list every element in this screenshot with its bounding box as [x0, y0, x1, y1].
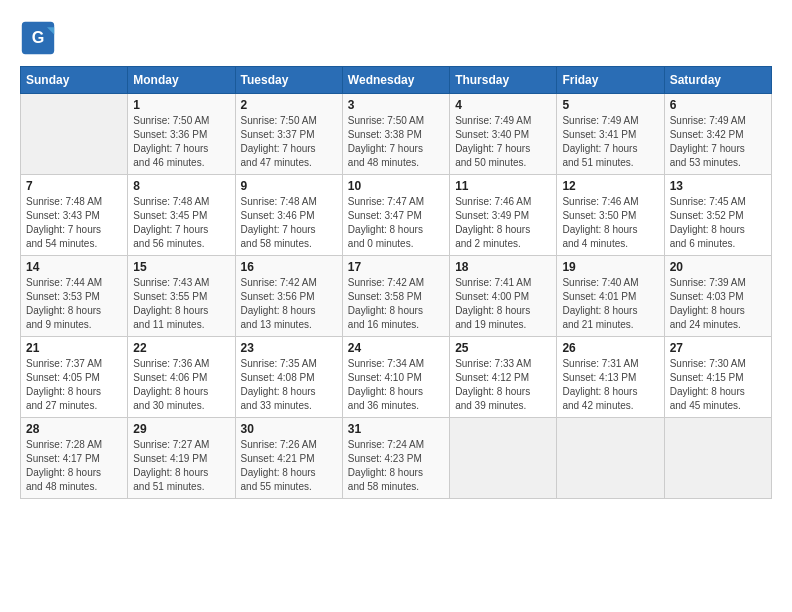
- cell-content: Sunrise: 7:27 AM Sunset: 4:19 PM Dayligh…: [133, 438, 229, 494]
- day-number: 19: [562, 260, 658, 274]
- calendar-cell: 23Sunrise: 7:35 AM Sunset: 4:08 PM Dayli…: [235, 337, 342, 418]
- calendar-cell: 11Sunrise: 7:46 AM Sunset: 3:49 PM Dayli…: [450, 175, 557, 256]
- cell-content: Sunrise: 7:49 AM Sunset: 3:40 PM Dayligh…: [455, 114, 551, 170]
- calendar-cell: 2Sunrise: 7:50 AM Sunset: 3:37 PM Daylig…: [235, 94, 342, 175]
- day-number: 11: [455, 179, 551, 193]
- calendar-cell: 1Sunrise: 7:50 AM Sunset: 3:36 PM Daylig…: [128, 94, 235, 175]
- day-number: 6: [670, 98, 766, 112]
- calendar-cell: [664, 418, 771, 499]
- week-row-1: 1Sunrise: 7:50 AM Sunset: 3:36 PM Daylig…: [21, 94, 772, 175]
- cell-content: Sunrise: 7:33 AM Sunset: 4:12 PM Dayligh…: [455, 357, 551, 413]
- calendar-cell: 18Sunrise: 7:41 AM Sunset: 4:00 PM Dayli…: [450, 256, 557, 337]
- calendar-cell: 25Sunrise: 7:33 AM Sunset: 4:12 PM Dayli…: [450, 337, 557, 418]
- calendar-cell: 9Sunrise: 7:48 AM Sunset: 3:46 PM Daylig…: [235, 175, 342, 256]
- cell-content: Sunrise: 7:48 AM Sunset: 3:43 PM Dayligh…: [26, 195, 122, 251]
- calendar-cell: [557, 418, 664, 499]
- cell-content: Sunrise: 7:37 AM Sunset: 4:05 PM Dayligh…: [26, 357, 122, 413]
- calendar-body: 1Sunrise: 7:50 AM Sunset: 3:36 PM Daylig…: [21, 94, 772, 499]
- calendar-cell: 21Sunrise: 7:37 AM Sunset: 4:05 PM Dayli…: [21, 337, 128, 418]
- calendar-cell: 17Sunrise: 7:42 AM Sunset: 3:58 PM Dayli…: [342, 256, 449, 337]
- week-row-4: 21Sunrise: 7:37 AM Sunset: 4:05 PM Dayli…: [21, 337, 772, 418]
- calendar-cell: 22Sunrise: 7:36 AM Sunset: 4:06 PM Dayli…: [128, 337, 235, 418]
- calendar-cell: 31Sunrise: 7:24 AM Sunset: 4:23 PM Dayli…: [342, 418, 449, 499]
- calendar-cell: 5Sunrise: 7:49 AM Sunset: 3:41 PM Daylig…: [557, 94, 664, 175]
- page-header: G: [20, 20, 772, 56]
- day-number: 28: [26, 422, 122, 436]
- cell-content: Sunrise: 7:49 AM Sunset: 3:42 PM Dayligh…: [670, 114, 766, 170]
- day-number: 13: [670, 179, 766, 193]
- week-row-2: 7Sunrise: 7:48 AM Sunset: 3:43 PM Daylig…: [21, 175, 772, 256]
- day-number: 25: [455, 341, 551, 355]
- calendar-cell: 15Sunrise: 7:43 AM Sunset: 3:55 PM Dayli…: [128, 256, 235, 337]
- logo-icon: G: [20, 20, 56, 56]
- cell-content: Sunrise: 7:48 AM Sunset: 3:45 PM Dayligh…: [133, 195, 229, 251]
- cell-content: Sunrise: 7:43 AM Sunset: 3:55 PM Dayligh…: [133, 276, 229, 332]
- cell-content: Sunrise: 7:45 AM Sunset: 3:52 PM Dayligh…: [670, 195, 766, 251]
- cell-content: Sunrise: 7:50 AM Sunset: 3:38 PM Dayligh…: [348, 114, 444, 170]
- week-row-5: 28Sunrise: 7:28 AM Sunset: 4:17 PM Dayli…: [21, 418, 772, 499]
- day-number: 7: [26, 179, 122, 193]
- day-number: 14: [26, 260, 122, 274]
- day-number: 22: [133, 341, 229, 355]
- day-number: 4: [455, 98, 551, 112]
- header-cell-monday: Monday: [128, 67, 235, 94]
- day-number: 3: [348, 98, 444, 112]
- day-number: 10: [348, 179, 444, 193]
- cell-content: Sunrise: 7:46 AM Sunset: 3:49 PM Dayligh…: [455, 195, 551, 251]
- day-number: 16: [241, 260, 337, 274]
- cell-content: Sunrise: 7:47 AM Sunset: 3:47 PM Dayligh…: [348, 195, 444, 251]
- cell-content: Sunrise: 7:40 AM Sunset: 4:01 PM Dayligh…: [562, 276, 658, 332]
- header-cell-saturday: Saturday: [664, 67, 771, 94]
- calendar-cell: 3Sunrise: 7:50 AM Sunset: 3:38 PM Daylig…: [342, 94, 449, 175]
- calendar-cell: 19Sunrise: 7:40 AM Sunset: 4:01 PM Dayli…: [557, 256, 664, 337]
- day-number: 21: [26, 341, 122, 355]
- calendar-cell: 24Sunrise: 7:34 AM Sunset: 4:10 PM Dayli…: [342, 337, 449, 418]
- cell-content: Sunrise: 7:46 AM Sunset: 3:50 PM Dayligh…: [562, 195, 658, 251]
- logo: G: [20, 20, 58, 56]
- day-number: 20: [670, 260, 766, 274]
- day-number: 17: [348, 260, 444, 274]
- cell-content: Sunrise: 7:35 AM Sunset: 4:08 PM Dayligh…: [241, 357, 337, 413]
- calendar-cell: 12Sunrise: 7:46 AM Sunset: 3:50 PM Dayli…: [557, 175, 664, 256]
- day-number: 23: [241, 341, 337, 355]
- calendar-cell: 13Sunrise: 7:45 AM Sunset: 3:52 PM Dayli…: [664, 175, 771, 256]
- cell-content: Sunrise: 7:28 AM Sunset: 4:17 PM Dayligh…: [26, 438, 122, 494]
- cell-content: Sunrise: 7:50 AM Sunset: 3:36 PM Dayligh…: [133, 114, 229, 170]
- day-number: 15: [133, 260, 229, 274]
- day-number: 9: [241, 179, 337, 193]
- cell-content: Sunrise: 7:34 AM Sunset: 4:10 PM Dayligh…: [348, 357, 444, 413]
- cell-content: Sunrise: 7:49 AM Sunset: 3:41 PM Dayligh…: [562, 114, 658, 170]
- calendar-cell: 7Sunrise: 7:48 AM Sunset: 3:43 PM Daylig…: [21, 175, 128, 256]
- day-number: 2: [241, 98, 337, 112]
- cell-content: Sunrise: 7:39 AM Sunset: 4:03 PM Dayligh…: [670, 276, 766, 332]
- header-cell-wednesday: Wednesday: [342, 67, 449, 94]
- calendar-cell: 29Sunrise: 7:27 AM Sunset: 4:19 PM Dayli…: [128, 418, 235, 499]
- calendar-cell: 8Sunrise: 7:48 AM Sunset: 3:45 PM Daylig…: [128, 175, 235, 256]
- cell-content: Sunrise: 7:44 AM Sunset: 3:53 PM Dayligh…: [26, 276, 122, 332]
- cell-content: Sunrise: 7:48 AM Sunset: 3:46 PM Dayligh…: [241, 195, 337, 251]
- header-cell-sunday: Sunday: [21, 67, 128, 94]
- cell-content: Sunrise: 7:42 AM Sunset: 3:56 PM Dayligh…: [241, 276, 337, 332]
- cell-content: Sunrise: 7:30 AM Sunset: 4:15 PM Dayligh…: [670, 357, 766, 413]
- calendar-cell: 16Sunrise: 7:42 AM Sunset: 3:56 PM Dayli…: [235, 256, 342, 337]
- header-cell-tuesday: Tuesday: [235, 67, 342, 94]
- day-number: 1: [133, 98, 229, 112]
- calendar-cell: 27Sunrise: 7:30 AM Sunset: 4:15 PM Dayli…: [664, 337, 771, 418]
- day-number: 8: [133, 179, 229, 193]
- cell-content: Sunrise: 7:26 AM Sunset: 4:21 PM Dayligh…: [241, 438, 337, 494]
- calendar-table: SundayMondayTuesdayWednesdayThursdayFrid…: [20, 66, 772, 499]
- calendar-cell: 6Sunrise: 7:49 AM Sunset: 3:42 PM Daylig…: [664, 94, 771, 175]
- calendar-cell: [450, 418, 557, 499]
- day-number: 26: [562, 341, 658, 355]
- day-number: 31: [348, 422, 444, 436]
- cell-content: Sunrise: 7:31 AM Sunset: 4:13 PM Dayligh…: [562, 357, 658, 413]
- cell-content: Sunrise: 7:42 AM Sunset: 3:58 PM Dayligh…: [348, 276, 444, 332]
- calendar-cell: 20Sunrise: 7:39 AM Sunset: 4:03 PM Dayli…: [664, 256, 771, 337]
- cell-content: Sunrise: 7:24 AM Sunset: 4:23 PM Dayligh…: [348, 438, 444, 494]
- calendar-cell: 14Sunrise: 7:44 AM Sunset: 3:53 PM Dayli…: [21, 256, 128, 337]
- calendar-cell: 4Sunrise: 7:49 AM Sunset: 3:40 PM Daylig…: [450, 94, 557, 175]
- week-row-3: 14Sunrise: 7:44 AM Sunset: 3:53 PM Dayli…: [21, 256, 772, 337]
- day-number: 12: [562, 179, 658, 193]
- cell-content: Sunrise: 7:36 AM Sunset: 4:06 PM Dayligh…: [133, 357, 229, 413]
- calendar-cell: 26Sunrise: 7:31 AM Sunset: 4:13 PM Dayli…: [557, 337, 664, 418]
